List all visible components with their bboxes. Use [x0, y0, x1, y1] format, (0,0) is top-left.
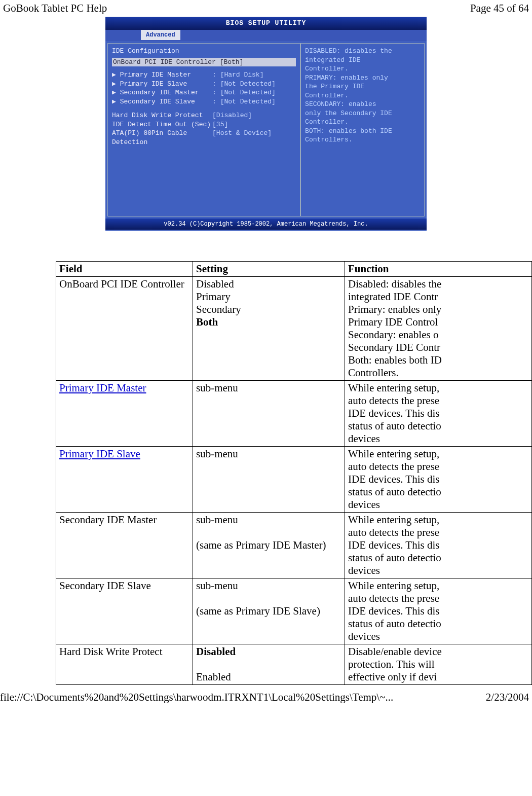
th-setting: Setting [193, 262, 345, 277]
page-footer: file://C:\Documents%20and%20Settings\har… [0, 685, 532, 706]
bios-row-val: : [Not Detected] [212, 97, 296, 106]
cell-setting: sub-menu [193, 447, 345, 513]
setting-line [196, 658, 341, 671]
bios-row-val: [35] [212, 120, 296, 129]
bios-help-line: integrated IDE [305, 56, 420, 65]
bios-row-key: ▶ Primary IDE Slave [112, 80, 212, 89]
setting-line: Disabled [196, 278, 341, 291]
setting-line: sub-menu [196, 514, 341, 526]
cell-field: Primary IDE Master [56, 381, 193, 447]
page-header: GoBook Tablet PC Help Page 45 of 64 [0, 0, 532, 17]
setting-line [196, 592, 341, 605]
bios-help-line: the Primary IDE [305, 82, 420, 91]
cell-function: While entering setup, auto detects the p… [345, 447, 532, 513]
bios-tab-advanced: Advanced [141, 30, 180, 40]
bios-help-line: only the Secondary IDE [305, 109, 420, 118]
bios-row: Hard Disk Write Protect[Disabled] [112, 111, 296, 120]
bios-help-line: SECONDARY: enables [305, 100, 420, 109]
setting-line: sub-menu [196, 448, 341, 460]
cell-function: While entering setup, auto detects the p… [345, 513, 532, 578]
cell-function: Disable/enable device protection. This w… [345, 644, 532, 685]
th-function: Function [345, 262, 532, 277]
table-row: OnBoard PCI IDE ControllerDisabledPrimar… [56, 277, 532, 381]
bios-row-val: : [Not Detected] [212, 88, 296, 97]
cell-field: OnBoard PCI IDE Controller [56, 277, 193, 381]
table-row: Secondary IDE Slavesub-menu (same as Pri… [56, 578, 532, 644]
cell-setting: sub-menu (same as Primary IDE Slave) [193, 578, 345, 644]
setting-line: Enabled [196, 671, 341, 683]
bios-row: ▶ Primary IDE Slave: [Not Detected] [112, 80, 296, 89]
bios-row-key: ▶ Primary IDE Master [112, 70, 212, 80]
th-field: Field [56, 262, 193, 277]
setting-line: Primary [196, 291, 341, 303]
bios-help-line: BOTH: enables both IDE [305, 127, 420, 136]
cell-field: Secondary IDE Master [56, 513, 193, 578]
bios-row-val: : [Not Detected] [212, 80, 296, 89]
bios-help-line: Controller. [305, 118, 420, 127]
cell-setting: DisabledPrimarySecondaryBoth [193, 277, 345, 381]
bios-screenshot: BIOS SETUP UTILITY Advanced IDE Configur… [105, 17, 427, 231]
bios-section-title: IDE Configuration [112, 47, 296, 56]
cell-setting: sub-menu (same as Primary IDE Master) [193, 513, 345, 578]
cell-field: Hard Disk Write Protect [56, 644, 193, 685]
field-link[interactable]: Primary IDE Slave [59, 448, 140, 460]
bios-row-key: ATA(PI) 80Pin Cable Detection [112, 129, 212, 147]
bios-row: ▶ Secondary IDE Slave: [Not Detected] [112, 97, 296, 106]
setting-line: sub-menu [196, 382, 341, 394]
bios-row-val: [Host & Device] [212, 129, 296, 147]
cell-function: While entering setup, auto detects the p… [345, 381, 532, 447]
doc-title: GoBook Tablet PC Help [3, 2, 107, 15]
bios-help-line: PRIMARY: enables only [305, 74, 420, 83]
table-row: Secondary IDE Mastersub-menu (same as Pr… [56, 513, 532, 578]
bios-row: IDE Detect Time Out (Sec)[35] [112, 120, 296, 129]
bios-row-key: Hard Disk Write Protect [112, 111, 212, 120]
bios-row-val: : [Hard Disk] [212, 70, 296, 80]
cell-function: Disabled: disables the integrated IDE Co… [345, 277, 532, 381]
fields-table: Field Setting Function OnBoard PCI IDE C… [56, 261, 532, 685]
table-row: Hard Disk Write ProtectDisabled EnabledD… [56, 644, 532, 685]
bios-row: ATA(PI) 80Pin Cable Detection[Host & Dev… [112, 129, 296, 147]
setting-default: Disabled [196, 645, 341, 658]
cell-setting: Disabled Enabled [193, 644, 345, 685]
page-number: Page 45 of 64 [470, 2, 529, 15]
cell-function: While entering setup, auto detects the p… [345, 578, 532, 644]
table-row: Primary IDE Mastersub-menuWhile entering… [56, 381, 532, 447]
setting-line: (same as Primary IDE Master) [196, 539, 341, 552]
bios-help-pane: DISABLED: disables theintegrated IDECont… [300, 43, 425, 216]
bios-left-pane: IDE Configuration OnBoard PCI IDE Contro… [107, 43, 300, 216]
bios-highlighted-row: OnBoard PCI IDE Controller [Both] [112, 58, 296, 67]
bios-tab-row: Advanced [105, 30, 427, 41]
bios-footer: v02.34 (C)Copyright 1985-2002, American … [105, 219, 427, 230]
bios-help-line: DISABLED: disables the [305, 47, 420, 56]
cell-field: Secondary IDE Slave [56, 578, 193, 644]
bios-row-key: ▶ Secondary IDE Slave [112, 97, 212, 106]
bios-row-key: IDE Detect Time Out (Sec) [112, 120, 212, 129]
bios-row: ▶ Secondary IDE Master: [Not Detected] [112, 88, 296, 97]
cell-setting: sub-menu [193, 381, 345, 447]
bios-help-line: Controllers. [305, 135, 420, 144]
setting-line: sub-menu [196, 580, 341, 592]
bios-help-line: Controller. [305, 64, 420, 74]
setting-line [196, 526, 341, 539]
bios-row-val: [Disabled] [212, 111, 296, 120]
table-row: Primary IDE Slavesub-menuWhile entering … [56, 447, 532, 513]
cell-field: Primary IDE Slave [56, 447, 193, 513]
setting-default: Both [196, 316, 341, 329]
bios-help-line: Controller. [305, 91, 420, 100]
footer-date: 2/23/2004 [486, 691, 529, 704]
bios-row: ▶ Primary IDE Master: [Hard Disk] [112, 70, 296, 80]
setting-line: (same as Primary IDE Slave) [196, 605, 341, 618]
field-link[interactable]: Primary IDE Master [59, 382, 146, 394]
footer-path: file://C:\Documents%20and%20Settings\har… [0, 691, 393, 704]
bios-row-key: ▶ Secondary IDE Master [112, 88, 212, 97]
setting-line: Secondary [196, 303, 341, 316]
bios-title: BIOS SETUP UTILITY [105, 17, 427, 30]
